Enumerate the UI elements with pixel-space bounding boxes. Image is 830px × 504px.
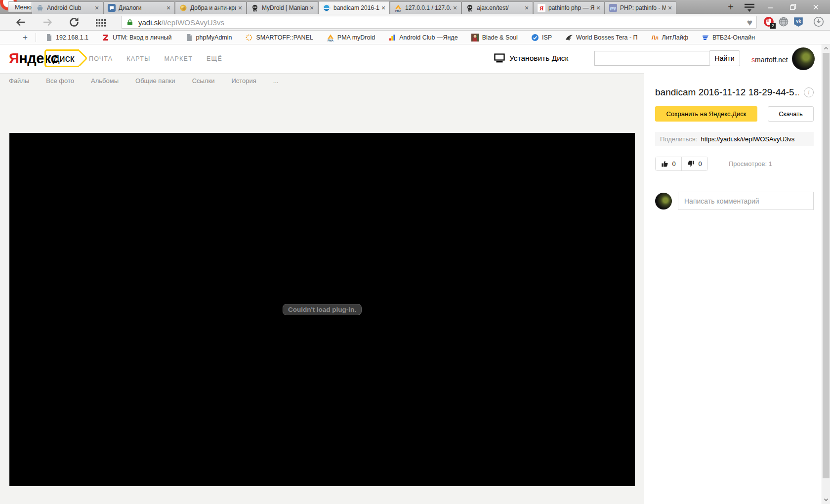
bookmark-label: 192.168.1.1 (56, 34, 88, 41)
service-nav-item[interactable]: КАРТЫ (126, 55, 150, 62)
browser-tab-active[interactable]: bandicam 2016-11-× (318, 1, 390, 14)
tab-close-icon[interactable]: × (379, 4, 387, 12)
file-sidebar: bandicam 2016-11-12 18-29-44-5… i Сохран… (644, 73, 822, 504)
share-url[interactable]: https://yadi.sk/i/epIWOSAvyU3vs (701, 135, 794, 143)
chat-icon (108, 4, 116, 12)
search-button[interactable]: Найти (709, 50, 740, 66)
disk-tab[interactable]: Общие папки (135, 77, 175, 84)
back-icon[interactable] (15, 16, 27, 28)
service-nav-item[interactable]: ПОЧТА (89, 55, 113, 62)
tab-close-icon[interactable]: × (93, 4, 101, 12)
reload-icon[interactable] (68, 16, 80, 28)
yandex-disk-page: Яндекс Диск ПОЧТАКАРТЫМАРКЕТЕЩЁ Установи… (0, 44, 830, 504)
extensions-area: 2 Vk (763, 16, 828, 27)
tab-close-icon[interactable]: × (308, 4, 316, 12)
download-button[interactable]: Скачать (768, 106, 814, 122)
scroll-up-icon[interactable] (822, 44, 830, 52)
file-title: bandicam 2016-11-12 18-29-44-5… (655, 87, 799, 98)
tab-menu-icon[interactable] (743, 2, 756, 13)
info-icon[interactable]: i (804, 87, 814, 97)
bookmarks-separator (36, 33, 36, 42)
tab-close-icon[interactable]: × (666, 4, 674, 12)
new-tab-button[interactable]: + (724, 1, 737, 13)
service-nav-item[interactable]: ЕЩЁ (207, 55, 222, 62)
bookmark-item[interactable]: Blade & Soul (471, 34, 518, 42)
bookmark-item[interactable]: ЛлЛитЛайф (651, 34, 688, 42)
service-nav-item[interactable]: МАРКЕТ (164, 55, 193, 62)
tab-close-icon[interactable]: × (523, 4, 531, 12)
add-bookmark-icon[interactable]: + (23, 33, 28, 42)
bookmark-label: PMA myDroid (337, 34, 375, 41)
bookmark-label: World Bosses Tera - П (576, 34, 638, 41)
tera-icon (565, 34, 573, 42)
address-bar[interactable]: yadi.sk/i/epIWOSAvyU3vs ♥ (121, 16, 757, 29)
bookmark-item[interactable]: SMARTOFF::PANEL (245, 34, 313, 42)
skull-icon (251, 4, 259, 12)
close-button[interactable] (804, 0, 827, 14)
vk-extension-icon[interactable]: Vk (793, 16, 804, 27)
tab-close-icon[interactable]: × (236, 4, 244, 12)
browser-tab[interactable]: ajax.en/test/× (461, 1, 533, 14)
svg-text:Я: Я (540, 5, 544, 12)
bookmark-label: UTM: Вход в личный (113, 34, 172, 41)
minimize-button[interactable] (759, 0, 782, 14)
bookmark-item[interactable]: phpMyAdmin (185, 34, 232, 42)
restore-button[interactable] (782, 0, 804, 14)
dislike-count: 0 (698, 160, 702, 168)
tab-close-icon[interactable]: × (594, 4, 602, 12)
browser-tab[interactable]: MyDroid [ Manian× (247, 1, 318, 14)
browser-tab[interactable]: Яpathinfo php — Ян× (533, 1, 605, 14)
browser-tab[interactable]: Android Club× (32, 1, 103, 14)
bookmark-label: ЛитЛайф (662, 34, 688, 41)
browser-tab[interactable]: Добра и анти-криз× (175, 1, 247, 14)
page-icon (45, 34, 53, 42)
url-text: yadi.sk/i/epIWOSAvyU3vs (138, 18, 224, 27)
disk-tab[interactable]: Ссылки (192, 77, 215, 84)
bookmarks-list: 192.168.1.1UTM: Вход в личныйphpMyAdminS… (45, 34, 768, 42)
browser-tab[interactable]: Диалоги× (103, 1, 175, 14)
disk-tab[interactable]: Файлы (9, 77, 29, 84)
browser-tab[interactable]: PMA127.0.0.1 / 127.0.0.1× (390, 1, 461, 14)
bookmark-item[interactable]: ВТБ24-Онлайн (702, 34, 755, 42)
disk-tab[interactable]: Альбомы (91, 77, 119, 84)
disk-service-tab[interactable]: Диск (44, 49, 79, 67)
user-avatar[interactable] (792, 47, 815, 70)
tab-title: PHP: pathinfo - Ma (620, 4, 666, 11)
bookmark-item[interactable]: Android Club —Янде (388, 34, 457, 42)
scrollbar-thumb[interactable] (823, 53, 830, 478)
downloads-icon[interactable] (813, 16, 824, 27)
dislike-button[interactable]: 0 (681, 157, 707, 170)
toolbar-separator (809, 17, 809, 27)
install-disk-link[interactable]: Установить Диск (494, 53, 568, 63)
forward-icon[interactable] (42, 16, 53, 28)
php-icon: php (609, 4, 617, 12)
username[interactable]: smartoff.net (751, 56, 788, 64)
bookmark-item[interactable]: UTM: Вход в личный (102, 34, 172, 42)
browser-tab[interactable]: phpPHP: pathinfo - Ma× (605, 1, 676, 14)
disk-tab[interactable]: История (231, 77, 256, 84)
ssl-lock-icon[interactable] (126, 19, 133, 26)
bookmark-item[interactable]: PMAPMA myDroid (327, 34, 375, 42)
save-to-disk-button[interactable]: Сохранить на Яндекс.Диск (655, 106, 757, 122)
speed-dial-icon[interactable] (95, 16, 107, 28)
disk-tab[interactable]: Все фото (46, 77, 74, 84)
tab-close-icon[interactable]: × (451, 4, 459, 12)
yandex-header: Яндекс Диск ПОЧТАКАРТЫМАРКЕТЕЩЁ Установи… (0, 44, 822, 73)
tab-close-icon[interactable]: × (165, 4, 172, 12)
proxy-globe-icon[interactable] (778, 16, 789, 27)
bookmark-label: SMARTOFF::PANEL (256, 34, 313, 41)
scroll-down-icon[interactable] (822, 496, 830, 504)
like-button[interactable]: 0 (656, 157, 681, 170)
bookmark-heart-icon[interactable]: ♥ (747, 17, 752, 28)
bookmark-item[interactable]: World Bosses Tera - П (565, 34, 638, 42)
page-scrollbar[interactable] (822, 44, 830, 504)
adblock-icon[interactable]: 2 (763, 16, 774, 27)
bookmark-item[interactable]: 192.168.1.1 (45, 34, 88, 42)
comment-input[interactable] (678, 192, 814, 210)
svg-text:Лл: Лл (652, 35, 659, 41)
bookmarks-bar: + 192.168.1.1UTM: Вход в личныйphpMyAdmi… (0, 31, 830, 44)
disk-tab[interactable]: ... (273, 77, 279, 84)
bookmark-item[interactable]: ISP (531, 34, 552, 42)
video-player[interactable]: Couldn't load plug-in. (9, 133, 635, 486)
search-input[interactable] (594, 51, 709, 66)
